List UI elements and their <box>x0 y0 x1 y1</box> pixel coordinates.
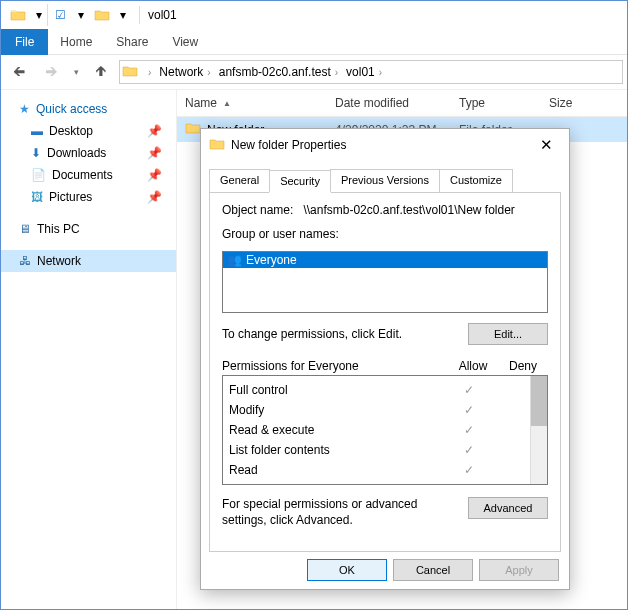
star-icon: ★ <box>19 102 30 116</box>
forward-button: 🡲 <box>37 58 65 86</box>
dialog-title: New folder Properties <box>231 138 532 152</box>
perm-read: Read✓ <box>229 460 541 480</box>
qa-down-icon[interactable]: ▾ <box>72 4 90 26</box>
pin-icon: 📌 <box>147 190 162 204</box>
file-tab[interactable]: File <box>1 29 48 55</box>
recent-down-icon[interactable]: ▾ <box>69 58 83 86</box>
perm-modify: Modify✓ <box>229 400 541 420</box>
pictures-icon: 🖼 <box>31 190 43 204</box>
dialog-tabs: General Security Previous Versions Custo… <box>201 161 569 192</box>
properties-dialog: New folder Properties ✕ General Security… <box>200 128 570 590</box>
deny-header: Deny <box>498 359 548 373</box>
scrollbar[interactable] <box>530 376 547 484</box>
documents-icon: 📄 <box>31 168 46 182</box>
column-headers[interactable]: Name▲ Date modified Type Size <box>177 90 627 117</box>
downloads-icon: ⬇ <box>31 146 41 160</box>
group-listbox[interactable]: 👥Everyone <box>222 251 548 313</box>
apply-button[interactable]: Apply <box>479 559 559 581</box>
change-perm-text: To change permissions, click Edit. <box>222 327 468 341</box>
group-item-everyone[interactable]: 👥Everyone <box>223 252 547 268</box>
quick-access[interactable]: ★Quick access <box>1 98 176 120</box>
scrollbar-thumb[interactable] <box>531 376 547 426</box>
nav-pane: ★Quick access ▬Desktop📌 ⬇Downloads📌 📄Doc… <box>1 90 176 609</box>
perm-full-control: Full control✓ <box>229 380 541 400</box>
breadcrumb-vol[interactable]: vol01› <box>344 65 388 79</box>
cancel-button[interactable]: Cancel <box>393 559 473 581</box>
chevron-right-icon[interactable]: › <box>148 67 151 78</box>
folder-icon <box>93 4 111 26</box>
security-tab-page: Object name: \\anfsmb-02c0.anf.test\vol0… <box>209 192 561 552</box>
sidebar-network[interactable]: 🖧Network <box>1 250 176 272</box>
permissions-list: Full control✓ Modify✓ Read & execute✓ Li… <box>222 375 548 485</box>
share-tab[interactable]: Share <box>104 29 160 55</box>
tab-customize[interactable]: Customize <box>439 169 513 192</box>
check-icon[interactable]: ☑ <box>51 4 69 26</box>
window-title: vol01 <box>148 8 177 22</box>
qa-down2-icon[interactable]: ▾ <box>114 4 132 26</box>
desktop-icon: ▬ <box>31 124 43 138</box>
advanced-button[interactable]: Advanced <box>468 497 548 519</box>
folder-icon <box>122 64 138 81</box>
breadcrumb-host[interactable]: anfsmb-02c0.anf.test› <box>217 65 344 79</box>
ok-button[interactable]: OK <box>307 559 387 581</box>
back-button[interactable]: 🡰 <box>5 58 33 86</box>
tab-general[interactable]: General <box>209 169 270 192</box>
perm-list-folder: List folder contents✓ <box>229 440 541 460</box>
sidebar-thispc[interactable]: 🖥This PC <box>1 218 176 240</box>
up-button[interactable]: 🡱 <box>87 58 115 86</box>
titlebar: ▾ ☑ ▾ ▾ vol01 <box>1 1 627 29</box>
home-tab[interactable]: Home <box>48 29 104 55</box>
content-pane: Name▲ Date modified Type Size New folder… <box>176 90 627 609</box>
sidebar-downloads[interactable]: ⬇Downloads📌 <box>1 142 176 164</box>
ribbon-tabs: File Home Share View <box>1 29 627 55</box>
folder-icon <box>185 121 201 138</box>
pin-icon: 📌 <box>147 146 162 160</box>
down-icon[interactable]: ▾ <box>30 4 48 26</box>
network-icon: 🖧 <box>19 254 31 268</box>
object-name-label: Object name: <box>222 203 293 217</box>
tab-security[interactable]: Security <box>269 170 331 193</box>
folder-icon <box>9 4 27 26</box>
users-icon: 👥 <box>227 253 242 267</box>
perm-read-execute: Read & execute✓ <box>229 420 541 440</box>
address-bar[interactable]: › Network› anfsmb-02c0.anf.test› vol01› <box>119 60 623 84</box>
edit-button[interactable]: Edit... <box>468 323 548 345</box>
sort-asc-icon: ▲ <box>223 99 231 108</box>
folder-icon <box>209 137 225 154</box>
group-label: Group or user names: <box>222 227 548 241</box>
allow-header: Allow <box>448 359 498 373</box>
sidebar-pictures[interactable]: 🖼Pictures📌 <box>1 186 176 208</box>
perm-header: Permissions for Everyone <box>222 359 448 373</box>
pin-icon: 📌 <box>147 124 162 138</box>
breadcrumb-network[interactable]: Network› <box>157 65 216 79</box>
object-name-value: \\anfsmb-02c0.anf.test\vol01\New folder <box>303 203 514 217</box>
close-button[interactable]: ✕ <box>532 132 561 158</box>
pin-icon: 📌 <box>147 168 162 182</box>
sidebar-desktop[interactable]: ▬Desktop📌 <box>1 120 176 142</box>
nav-row: 🡰 🡲 ▾ 🡱 › Network› anfsmb-02c0.anf.test›… <box>1 55 627 89</box>
advanced-text: For special permissions or advanced sett… <box>222 497 468 528</box>
tab-previous-versions[interactable]: Previous Versions <box>330 169 440 192</box>
pc-icon: 🖥 <box>19 222 31 236</box>
sidebar-documents[interactable]: 📄Documents📌 <box>1 164 176 186</box>
view-tab[interactable]: View <box>160 29 210 55</box>
